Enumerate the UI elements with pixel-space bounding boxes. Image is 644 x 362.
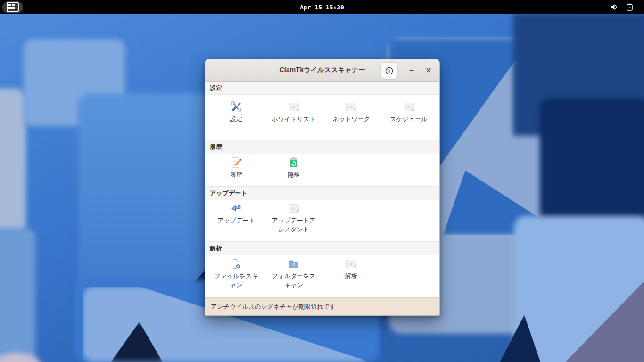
close-button[interactable]: ✕ <box>421 62 436 78</box>
top-bar: Apr 15 15:30 <box>0 0 644 14</box>
launcher-label: 解析 <box>345 272 357 281</box>
launcher-item-update-assistant[interactable]: アップデートアシスタント <box>265 203 322 234</box>
launcher-label: スケジュール <box>390 115 428 124</box>
launcher-label: アップデート <box>217 216 255 225</box>
launcher-item-settings[interactable]: 設定 <box>207 101 265 124</box>
minimize-button[interactable]: – <box>405 62 419 78</box>
launcher-item-schedule[interactable]: スケジュール <box>380 101 438 124</box>
launcher-item-whitelist[interactable]: ホワイトリスト <box>265 101 322 124</box>
launcher-label: ファイルをスキャン <box>214 272 259 290</box>
status-bar: アンチウイルスのシグネチャが期限切れです <box>205 297 439 315</box>
pencil-document-icon <box>231 157 242 168</box>
placeholder-icon <box>288 101 299 113</box>
section-header-settings: 設定 <box>205 82 439 95</box>
clamtk-window: ClamTkウイルススキャナー – ✕ 設定 <box>205 59 440 316</box>
launcher-label: フォルダーをスキャン <box>271 272 316 290</box>
launcher-item-quarantine[interactable]: 隔離 <box>265 157 322 180</box>
launcher-item-scan-folder[interactable]: フォルダーをスキャン <box>265 258 322 290</box>
clock-label[interactable]: Apr 15 15:30 <box>295 2 349 13</box>
window-titlebar[interactable]: ClamTkウイルススキャナー – ✕ <box>205 59 439 82</box>
system-status-area[interactable] <box>611 3 634 11</box>
desktop: Apr 15 15:30 ClamTkウイルススキャナー <box>0 0 644 362</box>
section-content-history: 履歴 隔離 <box>205 154 439 186</box>
launcher-label: アップデートアシスタント <box>271 216 316 234</box>
launcher-item-history[interactable]: 履歴 <box>207 157 265 180</box>
launcher-item-scan-file[interactable]: ファイルをスキャン <box>207 258 265 290</box>
scan-file-icon <box>231 258 242 270</box>
update-arrow-icon <box>231 203 242 214</box>
launcher-item-update[interactable]: アップデート <box>207 203 265 225</box>
launcher-label: 履歴 <box>230 171 242 180</box>
section-header-update: アップデート <box>205 186 439 200</box>
section-content-analysis: ファイルをスキャン フォルダーをスキャン 解析 <box>205 255 439 297</box>
launcher-label: 設定 <box>230 115 242 124</box>
activities-button[interactable] <box>2 1 23 13</box>
section-content-settings: 設定 ホワイトリスト ネットワーク <box>205 95 439 140</box>
launcher-item-network[interactable]: ネットワーク <box>322 101 380 124</box>
wallpaper-shape <box>0 353 42 362</box>
launcher-label: 隔離 <box>288 171 300 180</box>
section-header-analysis: 解析 <box>205 241 439 255</box>
quarantine-trash-icon <box>288 157 299 168</box>
info-circle-icon <box>385 67 393 75</box>
placeholder-icon <box>346 258 357 270</box>
battery-charging-icon[interactable] <box>626 3 634 11</box>
launcher-label: ホワイトリスト <box>272 115 315 124</box>
placeholder-icon <box>288 203 299 214</box>
section-content-update: アップデート アップデートアシスタント <box>205 200 439 241</box>
launcher-label: ネットワーク <box>332 115 370 124</box>
clock-menu: Apr 15 15:30 <box>0 0 644 14</box>
launcher-item-analysis[interactable]: 解析 <box>322 258 380 281</box>
window-tiles-icon <box>7 2 19 12</box>
placeholder-icon <box>346 101 357 113</box>
scan-folder-icon <box>288 258 299 270</box>
info-button[interactable] <box>380 62 398 79</box>
placeholder-icon <box>403 101 414 113</box>
volume-icon[interactable] <box>611 3 619 11</box>
section-header-history: 履歴 <box>205 140 439 154</box>
wallpaper-shape <box>0 228 35 362</box>
tools-icon <box>231 101 242 113</box>
status-message: アンチウイルスのシグネチャが期限切れです <box>211 303 336 311</box>
wallpaper-shape <box>0 89 26 235</box>
window-title: ClamTkウイルススキャナー <box>279 66 365 74</box>
